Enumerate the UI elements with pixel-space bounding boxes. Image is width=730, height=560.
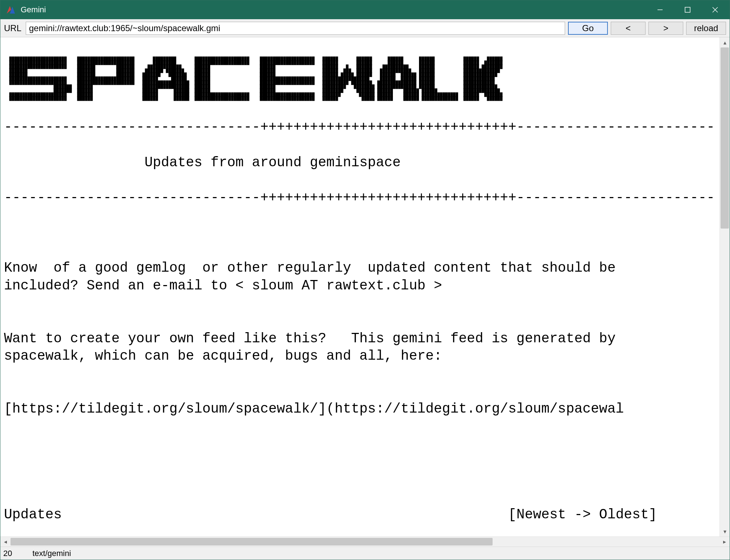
toolbar: URL Go < > reload bbox=[0, 19, 730, 37]
divider-bottom: -------------------------------+++++++++… bbox=[4, 189, 717, 207]
status-code: 20 bbox=[3, 549, 12, 558]
vscroll-track[interactable] bbox=[720, 47, 730, 526]
minimize-button[interactable] bbox=[646, 1, 674, 19]
paragraph-1: Know of a good gemlog or other regularly… bbox=[4, 259, 717, 294]
vertical-scrollbar[interactable]: ▴ ▾ bbox=[719, 37, 730, 536]
svg-rect-3 bbox=[685, 7, 690, 12]
content-area: ██████████████████████ █████████████████… bbox=[0, 37, 730, 536]
statusbar: 20 text/gemini bbox=[0, 547, 730, 560]
vscroll-thumb[interactable] bbox=[721, 47, 729, 229]
horizontal-scrollbar[interactable]: ◂ ▸ bbox=[0, 536, 730, 547]
scroll-up-icon[interactable]: ▴ bbox=[720, 37, 730, 47]
url-label: URL bbox=[4, 23, 23, 33]
maximize-button[interactable] bbox=[674, 1, 701, 19]
go-button[interactable]: Go bbox=[568, 22, 608, 35]
blank-line-1 bbox=[4, 224, 717, 242]
forward-button[interactable]: > bbox=[648, 22, 683, 35]
page-subtitle: Updates from around geminispace bbox=[4, 154, 717, 172]
scroll-left-icon[interactable]: ◂ bbox=[0, 537, 11, 547]
blank-line-4 bbox=[4, 436, 717, 489]
hscroll-track[interactable] bbox=[11, 537, 719, 547]
hscroll-thumb[interactable] bbox=[11, 538, 493, 546]
app-icon bbox=[5, 5, 16, 15]
divider-top: -------------------------------+++++++++… bbox=[4, 118, 717, 136]
ascii-banner: ██████████████████████ █████████████████… bbox=[4, 57, 717, 101]
window-title: Gemini bbox=[21, 5, 46, 14]
updates-heading: Updates [Newest -> Oldest] bbox=[4, 506, 717, 524]
page-content: ██████████████████████ █████████████████… bbox=[0, 37, 719, 536]
scroll-right-icon[interactable]: ▸ bbox=[719, 537, 730, 547]
paragraph-2: Want to create your own feed like this? … bbox=[4, 330, 717, 365]
status-mime: text/gemini bbox=[32, 549, 71, 558]
back-button[interactable]: < bbox=[611, 22, 646, 35]
scroll-down-icon[interactable]: ▾ bbox=[720, 526, 730, 536]
reload-button[interactable]: reload bbox=[686, 22, 726, 35]
app-window: Gemini URL Go < > reload ███████████████… bbox=[0, 0, 730, 560]
url-input[interactable] bbox=[26, 22, 565, 35]
link-line[interactable]: [https://tildegit.org/sloum/spacewalk/](… bbox=[4, 400, 717, 418]
close-button[interactable] bbox=[701, 1, 729, 19]
titlebar: Gemini bbox=[0, 0, 730, 19]
